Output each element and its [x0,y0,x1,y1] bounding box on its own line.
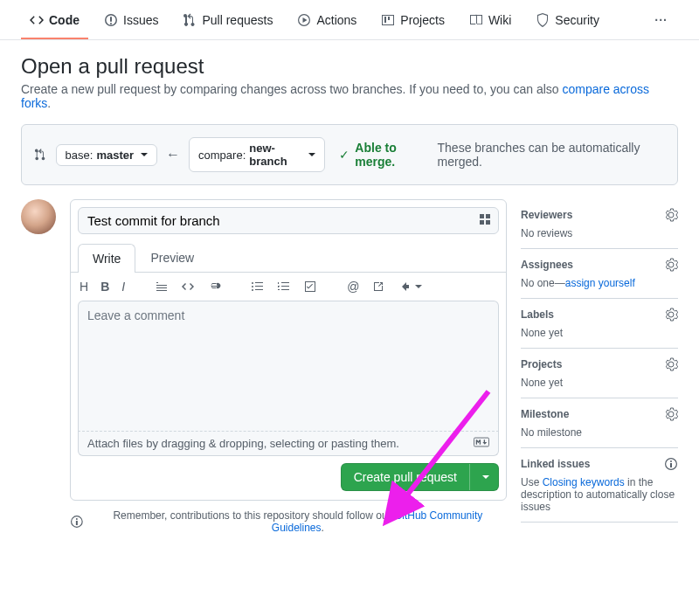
unordered-list-button[interactable] [251,280,265,294]
assign-yourself-link[interactable]: assign yourself [565,277,635,289]
reviewers-section: Reviewers No reviews [521,199,678,249]
nav-label: Code [49,13,80,27]
nav-label: Projects [400,13,445,27]
git-pull-request-icon [183,13,197,27]
markdown-toolbar: H B I [71,272,506,301]
linked-issues-section: Linked issues Use Closing keywords in th… [521,448,678,523]
milestone-title: Milestone [521,408,569,420]
page-subtitle: Create a new pull request by comparing c… [21,82,678,110]
link-button[interactable] [207,280,221,294]
cross-reference-button[interactable] [371,280,385,294]
assignees-section: Assignees No one—assign yourself [521,249,678,299]
page-title: Open a pull request [21,54,678,79]
svg-point-2 [252,286,253,287]
check-icon: ✓ [339,148,350,162]
saved-replies-button[interactable] [398,280,422,294]
emoji-picker-icon[interactable] [478,212,492,229]
compose-tabs: Write Preview [71,243,506,272]
base-branch-select[interactable]: base: master [56,144,157,166]
gear-icon[interactable] [664,208,678,222]
comment-textarea[interactable]: Leave a comment [78,301,499,432]
task-list-button[interactable] [303,280,317,294]
nav-label: Wiki [488,13,511,27]
nav-actions[interactable]: Actions [288,3,365,39]
book-icon [469,13,483,27]
nav-label: Security [555,13,599,27]
code-button[interactable] [181,280,195,294]
main-container: Open a pull request Create a new pull re… [0,40,699,555]
tab-preview[interactable]: Preview [135,243,209,272]
user-avatar[interactable] [21,199,56,234]
sidebar: Reviewers No reviews Assignees No one—as… [521,199,678,523]
git-compare-icon [34,148,47,162]
quote-button[interactable] [155,280,169,294]
code-icon [30,13,44,27]
reviewers-title: Reviewers [521,209,572,221]
project-icon [381,13,395,27]
info-icon [70,515,84,529]
italic-button[interactable]: I [121,280,125,294]
labels-title: Labels [521,308,554,321]
assignees-title: Assignees [521,259,573,271]
merge-status: ✓ Able to merge. These branches can be a… [339,141,665,169]
nav-more[interactable]: ··· [644,6,678,34]
closing-keywords-link[interactable]: Closing keywords [543,476,625,488]
nav-label: Issues [123,13,158,27]
heading-button[interactable]: H [80,280,88,294]
nav-security[interactable]: Security [527,3,608,39]
projects-section: Projects None yet [521,349,678,398]
svg-point-1 [252,282,253,284]
nav-label: Pull requests [202,13,273,27]
bold-button[interactable]: B [100,280,109,294]
gear-icon[interactable] [664,407,678,421]
nav-code[interactable]: Code [21,3,88,39]
compose-box: Write Preview H B I [70,199,507,501]
pr-title-input[interactable] [78,207,499,234]
create-pr-button-group: Create pull request [341,463,499,491]
gear-icon[interactable] [664,308,678,322]
branch-comparison-box: base: master ← compare: new-branch ✓ Abl… [21,124,678,185]
labels-section: Labels None yet [521,299,678,349]
nav-issues[interactable]: Issues [95,3,167,39]
markdown-icon [474,437,489,450]
contribution-guidelines-note: Remember, contributions to this reposito… [70,509,507,534]
compare-branch-select[interactable]: compare: new-branch [189,137,325,172]
info-icon[interactable] [664,457,678,471]
play-icon [297,13,311,27]
nav-wiki[interactable]: Wiki [460,3,520,39]
ordered-list-button[interactable] [277,280,291,294]
repo-nav: Code Issues Pull requests Actions Projec… [0,0,699,40]
create-pull-request-button[interactable]: Create pull request [342,464,469,490]
nav-projects[interactable]: Projects [372,3,453,39]
projects-title: Projects [521,358,562,370]
linked-issues-title: Linked issues [521,458,590,470]
nav-pull-requests[interactable]: Pull requests [174,3,281,39]
shield-icon [536,13,550,27]
nav-label: Actions [316,13,356,27]
tab-write[interactable]: Write [78,244,135,273]
issue-icon [104,13,118,27]
attach-files-row[interactable]: Attach files by dragging & dropping, sel… [78,432,499,456]
arrow-left-icon: ← [166,147,180,163]
svg-point-3 [252,289,253,291]
mention-button[interactable]: @ [347,280,359,294]
gear-icon[interactable] [664,357,678,371]
gear-icon[interactable] [664,258,678,272]
create-pr-dropdown[interactable] [469,464,498,490]
milestone-section: Milestone No milestone [521,398,678,448]
